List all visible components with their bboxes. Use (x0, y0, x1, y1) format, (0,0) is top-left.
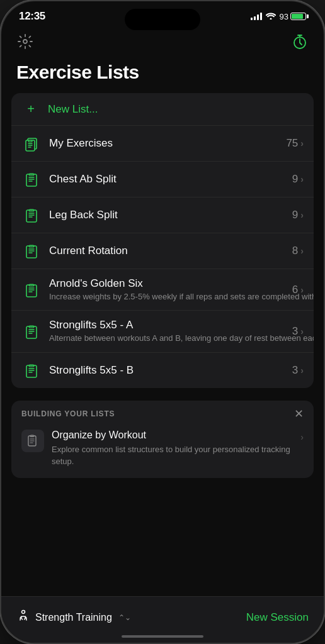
clipboard-icon (21, 280, 42, 300)
row-count: 75 (286, 137, 298, 150)
row-title: Stronglifts 5x5 - B (49, 364, 134, 376)
settings-icon[interactable] (16, 33, 34, 54)
chevron-right-icon: › (300, 210, 304, 220)
row-title: My Exercises (49, 137, 113, 149)
home-indicator (122, 635, 203, 638)
row-count: 6 (292, 284, 298, 296)
row-subtitle: Increase weights by 2.5-5% weekly if all… (49, 292, 314, 301)
row-content: Stronglifts 5x5 - A Alternate between wo… (49, 318, 285, 344)
dynamic-island (125, 9, 200, 30)
timer-icon[interactable] (291, 33, 309, 54)
row-right: 3 › (292, 325, 304, 338)
row-right: 6 › (292, 284, 304, 296)
row-count: 9 (292, 173, 298, 186)
row-content: Stronglifts 5x5 - B (49, 364, 285, 377)
svg-rect-5 (26, 174, 37, 186)
list-item[interactable]: Current Rotation 8 › (11, 233, 314, 269)
expand-icon: ⌃⌄ (118, 613, 131, 622)
chevron-right-icon: › (300, 430, 304, 442)
row-content: Leg Back Split (49, 208, 285, 222)
svg-point-19 (22, 611, 25, 614)
clipboard-icon (21, 169, 42, 189)
status-time: 12:35 (19, 10, 45, 23)
clipboard-icon (21, 321, 42, 341)
clipboard-icon (21, 360, 42, 380)
svg-rect-7 (26, 210, 37, 222)
row-right: 9 › (292, 209, 304, 221)
row-content: Current Rotation (49, 244, 285, 258)
chevron-right-icon: › (300, 365, 304, 375)
battery-level: 93 (280, 12, 288, 21)
signal-icon (251, 13, 262, 20)
tip-content: Organize by Workout Explore common list … (52, 430, 293, 468)
row-title: Chest Ab Split (49, 173, 117, 185)
row-right: 75 › (286, 137, 304, 150)
row-right: 9 › (292, 173, 304, 186)
row-title: Stronglifts 5x5 - A (49, 319, 133, 331)
app-header (1, 26, 324, 59)
double-clipboard-icon (21, 133, 42, 153)
person-icon (16, 609, 30, 626)
new-session-button[interactable]: New Session (246, 611, 309, 624)
tip-row[interactable]: Organize by Workout Explore common list … (11, 425, 314, 478)
svg-rect-9 (26, 246, 37, 258)
row-right: 3 › (292, 364, 304, 377)
chevron-right-icon: › (300, 246, 304, 256)
battery-icon (290, 13, 306, 20)
tip-description: Explore common list structures to build … (52, 443, 293, 468)
clipboard-icon (21, 241, 42, 261)
row-subtitle: Alternate between workouts A and B, leav… (49, 333, 314, 343)
phone-frame: 12:35 93 (0, 0, 325, 644)
row-count: 8 (292, 245, 298, 257)
new-list-plus-icon: + (21, 102, 40, 116)
svg-point-0 (23, 40, 27, 43)
row-title: Leg Back Split (49, 209, 118, 221)
workout-name: Strength Training (35, 612, 112, 623)
row-title: Arnold's Golden Six (49, 277, 143, 289)
row-right: 8 › (292, 245, 304, 257)
screen: 12:35 93 (1, 1, 324, 643)
row-content: My Exercises (49, 136, 278, 150)
battery-indicator: 93 (280, 12, 306, 21)
svg-rect-13 (26, 326, 37, 338)
list-item[interactable]: Leg Back Split 9 › (11, 197, 314, 233)
svg-rect-15 (26, 365, 37, 377)
wifi-icon (266, 11, 276, 21)
new-list-row[interactable]: + New List... (11, 93, 314, 126)
row-title: Current Rotation (49, 245, 128, 257)
clipboard-icon (21, 205, 42, 225)
list-item[interactable]: Arnold's Golden Six Increase weights by … (11, 269, 314, 311)
list-item[interactable]: My Exercises 75 › (11, 126, 314, 162)
svg-rect-11 (26, 285, 37, 297)
tip-icon (21, 430, 44, 452)
row-count: 3 (292, 364, 298, 377)
tip-section-header: BUILDING YOUR LISTS (21, 409, 115, 418)
workout-selector[interactable]: Strength Training ⌃⌄ (16, 609, 131, 626)
list-item[interactable]: Stronglifts 5x5 - B 3 › (11, 353, 314, 388)
new-list-label: New List... (48, 103, 98, 116)
page-title: Exercise Lists (16, 62, 309, 83)
tip-header: BUILDING YOUR LISTS ✕ (11, 401, 314, 425)
list-item[interactable]: Stronglifts 5x5 - A Alternate between wo… (11, 311, 314, 352)
page-title-container: Exercise Lists (1, 59, 324, 93)
chevron-right-icon: › (300, 285, 304, 295)
tip-card: BUILDING YOUR LISTS ✕ Organize by Workou… (11, 401, 314, 478)
exercise-lists-card: + New List... My Exercises (11, 93, 314, 388)
chevron-right-icon: › (300, 174, 304, 184)
list-item[interactable]: Chest Ab Split 9 › (11, 162, 314, 197)
chevron-right-icon: › (300, 326, 304, 336)
status-icons: 93 (251, 11, 306, 21)
row-content: Chest Ab Split (49, 172, 285, 186)
row-content: Arnold's Golden Six Increase weights by … (49, 277, 285, 303)
close-icon[interactable]: ✕ (294, 408, 304, 419)
content-area[interactable]: + New List... My Exercises (1, 93, 324, 596)
row-count: 3 (292, 325, 298, 338)
row-count: 9 (292, 209, 298, 221)
tip-title: Organize by Workout (52, 430, 293, 441)
chevron-right-icon: › (300, 138, 304, 148)
